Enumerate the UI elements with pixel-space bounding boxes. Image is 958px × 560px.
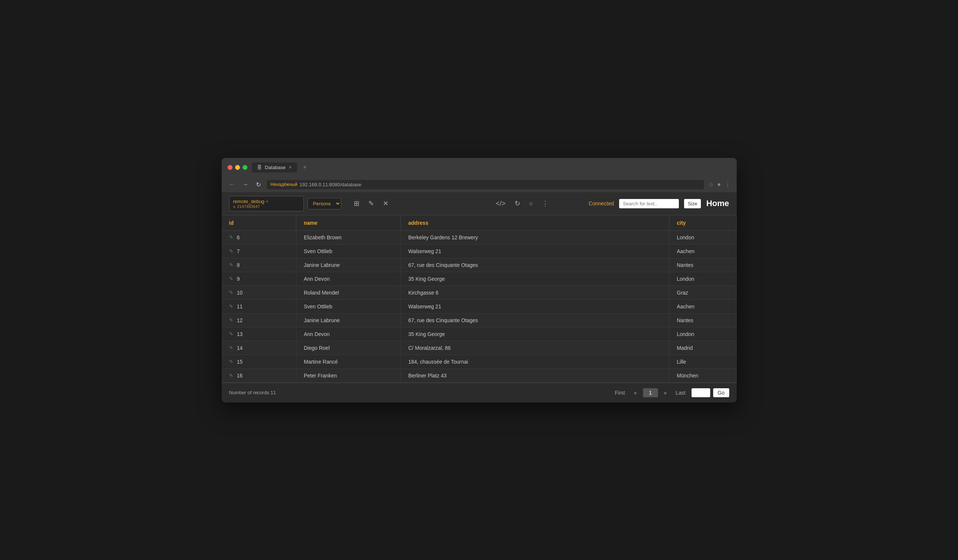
more-options-icon[interactable]: ⋮ (540, 198, 550, 209)
table-row: ✎16Peter FrankenBerliner Platz 43München (222, 368, 737, 382)
row-edit-icon[interactable]: ✎ (229, 359, 233, 364)
next-page-button[interactable]: » (661, 388, 670, 397)
toolbar-right-icons: </> ↻ ○ ⋮ (495, 198, 550, 209)
cell-city: München (669, 368, 736, 382)
cell-id: ✎7 (222, 244, 296, 258)
table-row: ✎6Elizabeth BrownBerkeley Gardens 12 Bre… (222, 230, 737, 244)
cell-city: Lille (669, 355, 736, 368)
row-edit-icon[interactable]: ✎ (229, 303, 233, 309)
search-input[interactable] (619, 199, 679, 208)
table-row: ✎13Ann Devon35 King GeorgeLondon (222, 327, 737, 341)
id-value: 9 (237, 276, 240, 282)
connection-status: Connected (588, 200, 614, 206)
profile-icon[interactable]: ● (717, 181, 721, 188)
col-header-address[interactable]: address (401, 216, 669, 231)
cell-city: Aachen (669, 244, 736, 258)
table-row: ✎14Diego RoelC/ Moralzarzal, 86Madrid (222, 341, 737, 355)
cell-address: C/ Moralzarzal, 86 (401, 341, 669, 355)
cell-id: ✎10 (222, 286, 296, 300)
row-edit-icon[interactable]: ✎ (229, 331, 233, 337)
address-field[interactable]: Ненадёжный 192.168.0.11:8080/database (267, 180, 704, 189)
table-row: ✎12Janine Labrune67, rue des Cinquante O… (222, 313, 737, 327)
forward-button[interactable]: → (241, 180, 250, 189)
row-edit-icon[interactable]: ✎ (229, 235, 233, 240)
minimize-button[interactable] (235, 165, 240, 170)
prev-page-button[interactable]: « (631, 388, 640, 397)
row-edit-icon[interactable]: ✎ (229, 262, 233, 268)
menu-icon[interactable]: ⋮ (725, 181, 731, 188)
close-x-icon[interactable]: ✕ (381, 198, 390, 209)
cell-name: Elizabeth Brown (296, 230, 401, 244)
cell-id: ✎15 (222, 355, 296, 368)
records-count: Number of records 11 (229, 390, 276, 395)
row-edit-icon[interactable]: ✎ (229, 373, 233, 378)
browser-window: 🗄 Database ✕ + ← → ↻ Ненадёжный 192.168.… (222, 158, 737, 403)
row-edit-icon[interactable]: ✎ (229, 345, 233, 351)
db-name-label: remote_debug ÷ (233, 198, 300, 204)
col-header-name[interactable]: name (296, 216, 401, 231)
cell-id: ✎12 (222, 313, 296, 327)
traffic-lights (228, 165, 247, 170)
row-edit-icon[interactable]: ✎ (229, 317, 233, 323)
current-page-input[interactable] (643, 388, 658, 397)
cell-id: ✎13 (222, 327, 296, 341)
cell-name: Janine Labrune (296, 258, 401, 272)
address-actions: ☆ ● ⋮ (708, 181, 731, 188)
maximize-button[interactable] (243, 165, 247, 170)
cell-city: London (669, 272, 736, 286)
browser-tab[interactable]: 🗄 Database ✕ (252, 162, 297, 173)
title-bar: 🗄 Database ✕ + (222, 158, 737, 177)
data-table-container: id name address city ✎6Elizabeth BrownBe… (222, 216, 737, 383)
table-selector[interactable]: Persons (308, 198, 341, 209)
circle-icon[interactable]: ○ (528, 198, 535, 209)
db-table-selector[interactable]: remote_debug ÷ v. 2147483647 (229, 196, 304, 211)
cell-city: Nantes (669, 258, 736, 272)
cell-address: 35 King George (401, 327, 669, 341)
table-footer: Number of records 11 First « » Last Go (222, 383, 737, 403)
cell-city: London (669, 327, 736, 341)
tab-icon: 🗄 (257, 165, 262, 170)
close-button[interactable] (228, 165, 233, 170)
cell-city: Aachen (669, 300, 736, 313)
grid-icon[interactable]: ⊞ (352, 198, 361, 209)
first-page-button[interactable]: First (612, 388, 628, 397)
last-page-button[interactable]: Last (673, 388, 688, 397)
cell-name: Ann Devon (296, 327, 401, 341)
row-edit-icon[interactable]: ✎ (229, 248, 233, 254)
home-label: Home (706, 198, 729, 208)
size-button[interactable]: Size (684, 199, 701, 208)
cell-address: 35 King George (401, 272, 669, 286)
col-header-city[interactable]: city (669, 216, 736, 231)
table-row: ✎8Janine Labrune67, rue des Cinquante Ot… (222, 258, 737, 272)
code-icon[interactable]: </> (495, 198, 507, 209)
address-text: 192.168.0.11:8080/database (300, 182, 362, 187)
cell-name: Diego Roel (296, 341, 401, 355)
db-version-label: v. 2147483647 (233, 204, 300, 209)
row-edit-icon[interactable]: ✎ (229, 290, 233, 295)
cell-address: Walserweg 21 (401, 300, 669, 313)
go-button[interactable]: Go (713, 388, 729, 397)
cell-city: Graz (669, 286, 736, 300)
col-header-id[interactable]: id (222, 216, 296, 231)
cell-id: ✎14 (222, 341, 296, 355)
row-edit-icon[interactable]: ✎ (229, 276, 233, 281)
cell-address: Berliner Platz 43 (401, 368, 669, 382)
reload-button[interactable]: ↻ (255, 180, 262, 189)
id-value: 11 (237, 303, 243, 309)
goto-page-input[interactable] (692, 388, 710, 397)
cell-city: Nantes (669, 313, 736, 327)
cell-address: 67, rue des Cinquante Otages (401, 313, 669, 327)
cell-address: Berkeley Gardens 12 Brewery (401, 230, 669, 244)
refresh-icon[interactable]: ↻ (513, 198, 522, 209)
new-tab-button[interactable]: + (303, 164, 306, 171)
bookmark-icon[interactable]: ☆ (708, 181, 714, 188)
back-button[interactable]: ← (228, 180, 236, 189)
tab-title: Database (265, 165, 286, 170)
table-row: ✎11Sven OttliebWalserweg 21Aachen (222, 300, 737, 313)
cell-address: Kirchgasse 6 (401, 286, 669, 300)
tab-close-icon[interactable]: ✕ (289, 165, 292, 170)
edit-pencil-icon[interactable]: ✎ (367, 198, 376, 209)
security-label: Ненадёжный (271, 182, 297, 187)
cell-name: Sven Ottlieb (296, 244, 401, 258)
data-table: id name address city ✎6Elizabeth BrownBe… (222, 216, 737, 383)
